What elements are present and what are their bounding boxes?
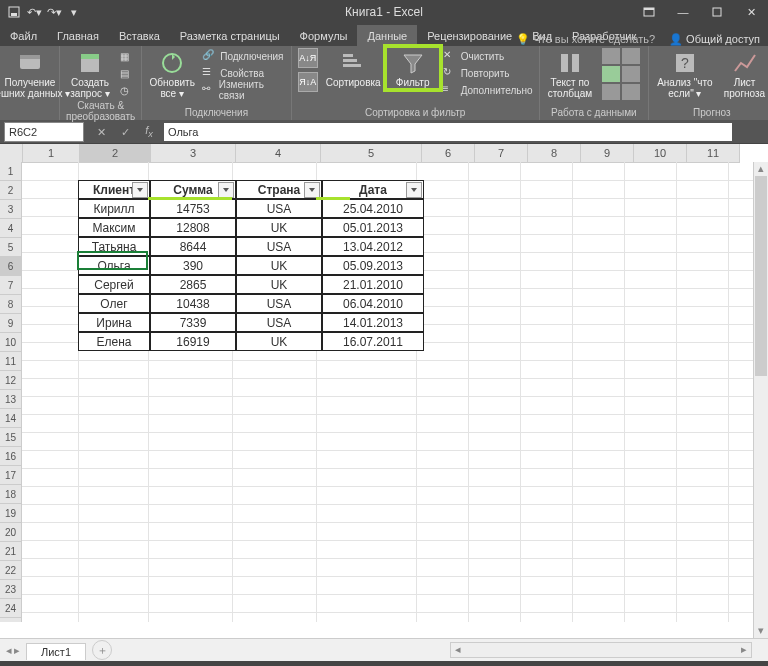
table-cell[interactable]: Кирилл (78, 199, 150, 218)
row-header[interactable]: 18 (0, 485, 22, 504)
recent-sources-button[interactable]: ◷ (120, 84, 134, 100)
row-header[interactable]: 5 (0, 238, 22, 257)
new-query-button[interactable]: Создать запрос ▾ (66, 48, 114, 99)
row-header[interactable]: 14 (0, 409, 22, 428)
formula-input[interactable] (164, 123, 732, 141)
ribbon-options-icon[interactable] (632, 0, 666, 24)
column-header[interactable]: 6 (422, 144, 475, 163)
table-cell[interactable]: Ольга (78, 256, 150, 275)
table-cell[interactable]: Елена (78, 332, 150, 351)
table-cell[interactable]: 16919 (150, 332, 236, 351)
row-header[interactable]: 25 (0, 618, 22, 622)
row-header[interactable]: 24 (0, 599, 22, 618)
column-header[interactable]: 1 (23, 144, 80, 163)
table-cell[interactable]: Татьяна (78, 237, 150, 256)
row-header[interactable]: 9 (0, 314, 22, 333)
table-cell[interactable]: Ирина (78, 313, 150, 332)
filter-dropdown-icon[interactable] (218, 182, 234, 198)
column-header[interactable]: 9 (581, 144, 634, 163)
table-cell[interactable]: 14.01.2013 (322, 313, 424, 332)
table-cell[interactable]: 05.09.2013 (322, 256, 424, 275)
row-header[interactable]: 12 (0, 371, 22, 390)
select-all-button[interactable] (0, 144, 23, 163)
tab-data[interactable]: Данные (357, 25, 417, 46)
fx-icon[interactable]: fx (140, 123, 158, 141)
sort-asc-button[interactable]: А↓Я (298, 48, 318, 68)
cancel-formula-icon[interactable]: ✕ (92, 123, 110, 141)
table-cell[interactable]: 10438 (150, 294, 236, 313)
tab-layout[interactable]: Разметка страницы (170, 26, 290, 46)
table-cell[interactable]: 8644 (150, 237, 236, 256)
table-header[interactable]: Страна (236, 180, 322, 199)
table-cell[interactable]: 2865 (150, 275, 236, 294)
share-button[interactable]: 👤 Общий доступ (669, 33, 760, 46)
manage-data-model-button[interactable] (622, 84, 640, 100)
tab-insert[interactable]: Вставка (109, 26, 170, 46)
filter-dropdown-icon[interactable] (304, 182, 320, 198)
forecast-sheet-button[interactable]: Лист прогноза (721, 48, 769, 99)
sheet-nav-next[interactable]: ▸ (14, 644, 20, 657)
close-button[interactable]: ✕ (734, 0, 768, 24)
row-header[interactable]: 15 (0, 428, 22, 447)
advanced-filter-button[interactable]: ≡Дополнительно (443, 82, 533, 98)
get-external-data-button[interactable]: Получение нешних данных ▾ (6, 48, 54, 99)
filter-dropdown-icon[interactable] (132, 182, 148, 198)
relationships-button[interactable] (602, 84, 620, 100)
column-header[interactable]: 7 (475, 144, 528, 163)
column-header[interactable]: 8 (528, 144, 581, 163)
filter-dropdown-icon[interactable] (406, 182, 422, 198)
tab-file[interactable]: Файл (0, 26, 47, 46)
row-header[interactable]: 1 (0, 162, 22, 181)
table-cell[interactable]: UK (236, 218, 322, 237)
row-header[interactable]: 11 (0, 352, 22, 371)
tab-home[interactable]: Главная (47, 26, 109, 46)
row-header[interactable]: 2 (0, 181, 22, 200)
table-cell[interactable]: USA (236, 294, 322, 313)
column-header[interactable]: 3 (151, 144, 236, 163)
row-header[interactable]: 23 (0, 580, 22, 599)
data-table[interactable]: КлиентСуммаСтранаДатаКирилл14753USA25.04… (78, 180, 424, 351)
tab-formulas[interactable]: Формулы (290, 26, 358, 46)
row-header[interactable]: 21 (0, 542, 22, 561)
column-header[interactable]: 4 (236, 144, 321, 163)
row-header[interactable]: 8 (0, 295, 22, 314)
tell-me[interactable]: 💡 Что вы хотите сделать? (516, 33, 655, 46)
show-queries-button[interactable]: ▦ (120, 50, 134, 66)
table-cell[interactable]: 16.07.2011 (322, 332, 424, 351)
column-header[interactable]: 11 (687, 144, 740, 163)
table-cell[interactable]: Максим (78, 218, 150, 237)
table-cell[interactable]: 06.04.2010 (322, 294, 424, 313)
column-header[interactable]: 10 (634, 144, 687, 163)
table-cell[interactable]: UK (236, 256, 322, 275)
table-cell[interactable]: USA (236, 199, 322, 218)
table-cell[interactable]: 7339 (150, 313, 236, 332)
clear-filter-button[interactable]: ✕Очистить (443, 48, 533, 64)
text-to-columns-button[interactable]: Текст по столбцам (546, 48, 595, 99)
maximize-button[interactable] (700, 0, 734, 24)
minimize-button[interactable]: — (666, 0, 700, 24)
table-cell[interactable]: UK (236, 332, 322, 351)
table-cell[interactable]: USA (236, 237, 322, 256)
row-header[interactable]: 6 (0, 257, 22, 276)
tab-review[interactable]: Рецензирование (417, 26, 522, 46)
column-header[interactable]: 5 (321, 144, 422, 163)
name-box[interactable]: R6C2 (4, 122, 84, 142)
connections-button[interactable]: 🔗Подключения (202, 48, 285, 64)
sheet-nav-prev[interactable]: ◂ (6, 644, 12, 657)
table-cell[interactable]: Олег (78, 294, 150, 313)
row-header[interactable]: 7 (0, 276, 22, 295)
whatif-button[interactable]: ? Анализ "что если" ▾ (655, 48, 714, 99)
row-header[interactable]: 20 (0, 523, 22, 542)
table-cell[interactable]: 12808 (150, 218, 236, 237)
row-header[interactable]: 17 (0, 466, 22, 485)
table-cell[interactable]: 21.01.2010 (322, 275, 424, 294)
data-validation-button[interactable] (602, 66, 620, 82)
reapply-filter-button[interactable]: ↻Повторить (443, 65, 533, 81)
table-cell[interactable]: 05.01.2013 (322, 218, 424, 237)
table-header[interactable]: Клиент (78, 180, 150, 199)
sort-button[interactable]: Сортировка (324, 48, 383, 88)
row-header[interactable]: 4 (0, 219, 22, 238)
row-header[interactable]: 16 (0, 447, 22, 466)
vertical-scrollbar[interactable]: ▴ ▾ (753, 162, 768, 638)
new-sheet-button[interactable]: ＋ (92, 640, 112, 660)
